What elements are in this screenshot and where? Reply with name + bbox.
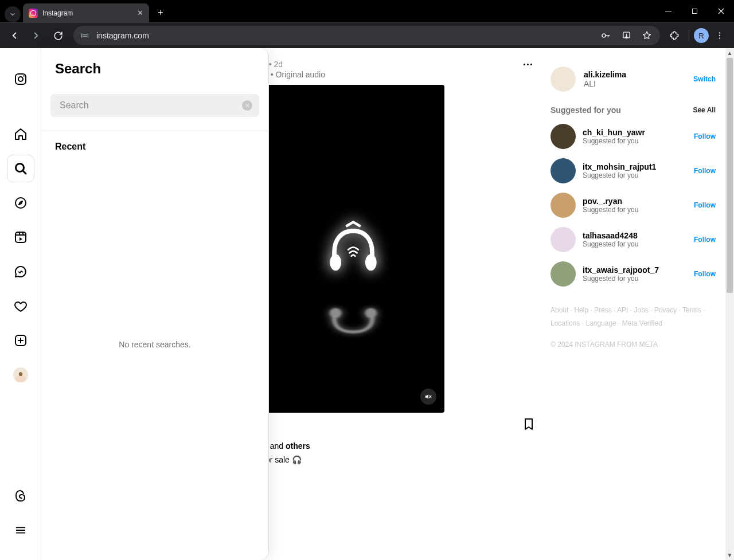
reload-button[interactable] xyxy=(48,26,68,45)
tab-search-button[interactable] xyxy=(5,6,21,22)
suggested-avatar[interactable] xyxy=(550,158,576,183)
chrome-profile-badge[interactable]: R xyxy=(694,28,709,43)
reels-icon[interactable] xyxy=(7,224,34,251)
close-window-button[interactable] xyxy=(708,0,734,22)
site-info-icon[interactable] xyxy=(79,30,91,41)
footer-link[interactable]: Press xyxy=(594,306,617,314)
profile-avatar-nav[interactable] xyxy=(7,361,34,389)
footer-link[interactable]: API xyxy=(617,306,634,314)
suggested-avatar[interactable] xyxy=(550,193,576,218)
suggested-item: pov._.ryan Suggested for you Follow xyxy=(550,193,716,218)
page-scrollbar[interactable]: ▲ ▼ xyxy=(725,48,734,560)
feed-column: _ • 2d al • Original audio xyxy=(262,48,537,560)
scroll-up-icon[interactable]: ▲ xyxy=(725,48,734,58)
chrome-menu-button[interactable] xyxy=(710,26,729,45)
instagram-favicon-icon xyxy=(29,9,38,18)
forward-button[interactable] xyxy=(26,26,46,45)
suggested-username[interactable]: talhasaad4248 xyxy=(583,231,687,240)
follow-link[interactable]: Follow xyxy=(694,132,716,140)
search-panel: Search ✕ Recent No recent searches. xyxy=(41,48,269,560)
svg-point-24 xyxy=(365,308,377,318)
follow-link[interactable]: Follow xyxy=(694,236,716,244)
search-panel-title: Search xyxy=(41,48,268,94)
chrome-title-bar: Instagram ✕ + xyxy=(0,0,734,22)
svg-point-8 xyxy=(18,77,23,81)
profile-username[interactable]: ali.kizelima xyxy=(584,70,685,79)
mute-button[interactable] xyxy=(420,389,436,405)
footer-link[interactable]: Meta Verified xyxy=(622,319,662,327)
chrome-address-bar: instagram.com R xyxy=(0,22,734,48)
post-more-button[interactable] xyxy=(524,64,532,65)
footer-links: AboutHelpPressAPIJobsPrivacyTermsLocatio… xyxy=(550,304,716,330)
suggested-reason: Suggested for you xyxy=(583,275,687,283)
search-input[interactable] xyxy=(60,100,250,111)
minimize-button[interactable] xyxy=(655,0,681,22)
post-media[interactable] xyxy=(262,85,444,413)
bookmark-star-icon[interactable] xyxy=(639,28,654,43)
footer-link[interactable]: Locations xyxy=(550,319,585,327)
right-sidebar: ali.kizelima ALI Switch Suggested for yo… xyxy=(537,48,734,560)
post-audio-line: al • Original audio xyxy=(262,70,537,79)
address-bar[interactable]: instagram.com xyxy=(73,26,660,45)
install-app-icon[interactable] xyxy=(619,28,634,43)
suggested-item: talhasaad4248 Suggested for you Follow xyxy=(550,227,716,252)
explore-icon[interactable] xyxy=(7,189,34,217)
suggested-username[interactable]: itx_awais_rajpoot_7 xyxy=(583,265,687,275)
scrollbar-thumb[interactable] xyxy=(727,58,733,293)
recent-heading: Recent xyxy=(41,131,268,162)
scroll-down-icon[interactable]: ▼ xyxy=(725,550,734,560)
new-tab-button[interactable]: + xyxy=(153,5,169,21)
footer-link[interactable]: Language xyxy=(585,319,622,327)
svg-point-21 xyxy=(330,254,341,271)
headphones-graphic-icon xyxy=(322,217,385,285)
maximize-button[interactable] xyxy=(681,0,708,22)
close-tab-button[interactable]: ✕ xyxy=(135,9,145,18)
suggested-item: itx_awais_rajpoot_7 Suggested for you Fo… xyxy=(550,261,716,287)
footer-link[interactable]: Help xyxy=(574,306,594,314)
profile-name: ALI xyxy=(584,79,685,88)
svg-rect-1 xyxy=(692,9,697,14)
footer-link[interactable]: Privacy xyxy=(654,306,682,314)
svg-point-2 xyxy=(602,34,606,37)
more-menu-icon[interactable] xyxy=(7,516,34,544)
switch-account-link[interactable]: Switch xyxy=(693,75,716,83)
suggested-reason: Suggested for you xyxy=(583,171,687,179)
instagram-logo-icon[interactable] xyxy=(7,65,34,93)
no-recent-text: No recent searches. xyxy=(41,162,268,349)
extensions-button[interactable] xyxy=(665,26,684,45)
suggested-avatar[interactable] xyxy=(550,227,576,252)
threads-icon[interactable] xyxy=(7,482,34,510)
svg-point-22 xyxy=(365,254,377,271)
suggested-avatar[interactable] xyxy=(550,124,576,149)
svg-point-6 xyxy=(719,37,720,38)
tab-title: Instagram xyxy=(42,9,131,17)
svg-point-9 xyxy=(23,75,24,76)
clear-search-icon[interactable]: ✕ xyxy=(242,100,252,111)
notifications-icon[interactable] xyxy=(7,292,34,320)
suggested-username[interactable]: pov._.ryan xyxy=(583,197,687,206)
footer-link[interactable]: Terms xyxy=(682,306,705,314)
save-post-icon[interactable] xyxy=(522,417,536,433)
suggested-username[interactable]: itx_mohsin_rajput1 xyxy=(583,162,687,171)
messages-icon[interactable] xyxy=(7,258,34,285)
footer-link[interactable]: Jobs xyxy=(634,306,654,314)
follow-link[interactable]: Follow xyxy=(694,201,716,209)
back-button[interactable] xyxy=(5,26,24,45)
see-all-link[interactable]: See All xyxy=(693,106,716,114)
password-key-icon[interactable] xyxy=(598,28,613,43)
suggested-avatar[interactable] xyxy=(550,261,576,287)
follow-link[interactable]: Follow xyxy=(694,167,716,175)
home-icon[interactable] xyxy=(7,120,34,148)
create-icon[interactable] xyxy=(7,327,34,354)
svg-line-11 xyxy=(23,171,26,174)
follow-link[interactable]: Follow xyxy=(694,270,716,278)
browser-tab[interactable]: Instagram ✕ xyxy=(23,3,149,22)
suggested-username[interactable]: ch_ki_hun_yawr xyxy=(583,128,687,137)
search-input-wrap[interactable]: ✕ xyxy=(50,94,259,117)
svg-point-5 xyxy=(719,35,720,36)
footer-link[interactable]: About xyxy=(550,306,574,314)
profile-avatar[interactable] xyxy=(550,66,576,92)
search-icon[interactable] xyxy=(7,155,34,182)
likes-text[interactable]: _ and others xyxy=(262,438,537,454)
suggested-reason: Suggested for you xyxy=(583,206,687,214)
